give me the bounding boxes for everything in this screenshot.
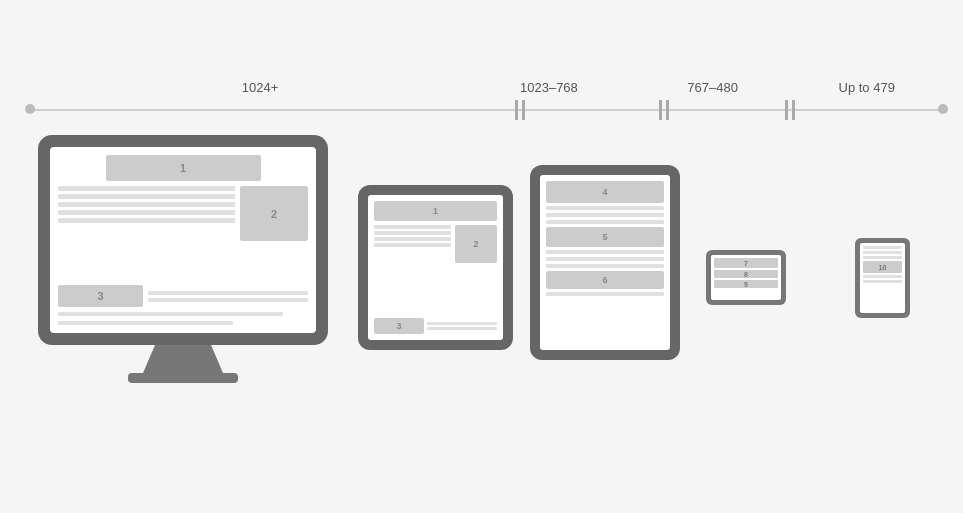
phone-land-block-7: 7 bbox=[714, 258, 778, 268]
monitor-content: 2 bbox=[58, 186, 308, 280]
tab-port-block-6: 6 bbox=[546, 271, 664, 289]
separator-3 bbox=[785, 100, 795, 120]
monitor-eline-2 bbox=[58, 321, 233, 325]
monitor-line-1 bbox=[58, 186, 235, 191]
separator-1 bbox=[515, 100, 525, 120]
tablet-portrait-screen: 4 5 6 bbox=[540, 175, 670, 350]
phone-landscape-body: 7 8 9 bbox=[706, 250, 786, 305]
monitor-block-3: 3 bbox=[58, 285, 143, 307]
label-479: Up to 479 bbox=[839, 80, 895, 95]
tablet-landscape-device: 1 2 3 bbox=[358, 185, 513, 350]
timeline-end-dot bbox=[938, 104, 948, 114]
label-1023: 1023–768 bbox=[520, 80, 578, 95]
tab-land-block-3: 3 bbox=[374, 318, 424, 334]
tablet-landscape-screen: 1 2 3 bbox=[368, 195, 503, 340]
monitor-line-3 bbox=[58, 202, 235, 207]
monitor-block-1: 1 bbox=[106, 155, 261, 181]
tab-port-block-5: 5 bbox=[546, 227, 664, 247]
monitor-body: 1 2 bbox=[38, 135, 328, 345]
tablet-landscape-body: 1 2 3 bbox=[358, 185, 513, 350]
monitor-line-2 bbox=[58, 194, 235, 199]
phone-portrait-screen: 10 bbox=[860, 243, 905, 313]
monitor-left-col bbox=[58, 186, 235, 280]
monitor-bottom-row: 3 bbox=[58, 285, 308, 307]
timeline-start-dot bbox=[25, 104, 35, 114]
phone-land-block-9: 9 bbox=[714, 280, 778, 288]
tablet-portrait-device: 4 5 6 bbox=[530, 165, 680, 360]
phone-land-block-8: 8 bbox=[714, 270, 778, 278]
phone-landscape-screen: 7 8 9 bbox=[711, 255, 781, 300]
phone-portrait-body: 10 bbox=[855, 238, 910, 318]
monitor-device: 1 2 bbox=[38, 135, 328, 383]
tab-land-block-2: 2 bbox=[455, 225, 497, 263]
tab-land-right: 2 bbox=[455, 225, 497, 314]
monitor-line-4 bbox=[58, 210, 235, 215]
phone-port-block-10: 10 bbox=[863, 261, 902, 273]
monitor-bline-1 bbox=[148, 291, 308, 295]
tab-land-left bbox=[374, 225, 451, 314]
tab-land-block-1: 1 bbox=[374, 201, 497, 221]
monitor-eline-1 bbox=[58, 312, 283, 316]
phone-landscape-device: 7 8 9 bbox=[706, 250, 786, 305]
monitor-stand bbox=[143, 345, 223, 373]
monitor-right-col: 2 bbox=[240, 186, 308, 280]
tab-port-block-4: 4 bbox=[546, 181, 664, 203]
timeline-line bbox=[30, 109, 943, 111]
monitor-base bbox=[128, 373, 238, 383]
label-1024: 1024+ bbox=[242, 80, 279, 95]
label-767: 767–480 bbox=[687, 80, 738, 95]
monitor-bottom-lines bbox=[148, 291, 308, 302]
tab-land-bottom: 3 bbox=[374, 318, 497, 334]
monitor-line-5 bbox=[58, 218, 235, 223]
tablet-portrait-body: 4 5 6 bbox=[530, 165, 680, 360]
separator-2 bbox=[659, 100, 669, 120]
responsive-diagram: 1024+ 1023–768 767–480 Up to 479 1 bbox=[0, 0, 963, 513]
phone-portrait-device: 10 bbox=[855, 238, 910, 318]
monitor-screen: 1 2 bbox=[50, 147, 316, 333]
monitor-bline-2 bbox=[148, 298, 308, 302]
monitor-block-2: 2 bbox=[240, 186, 308, 241]
tab-land-content: 2 bbox=[374, 225, 497, 314]
